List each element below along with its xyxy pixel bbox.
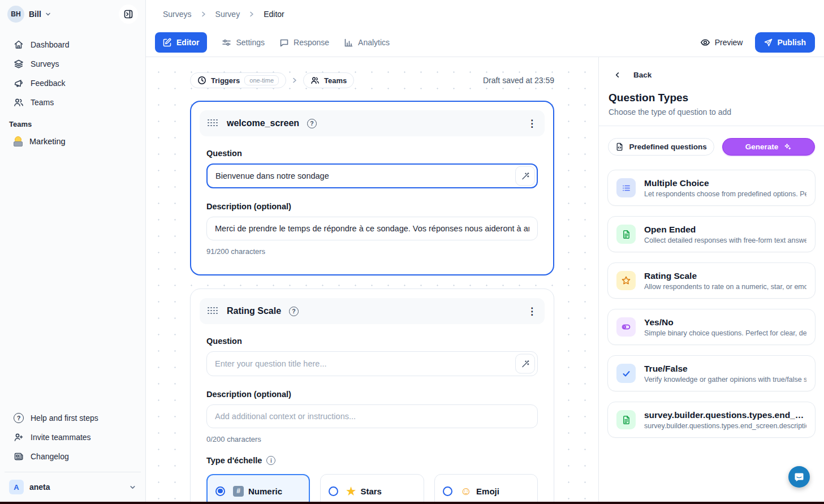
- tab-label: Editor: [176, 38, 199, 47]
- sidebar-footer: ? Help and first steps Invite teammates …: [0, 406, 145, 466]
- pencil-square-icon: [163, 38, 172, 47]
- tab-editor[interactable]: Editor: [155, 32, 207, 53]
- teams-section-label: Teams: [0, 112, 145, 132]
- tab-response[interactable]: Response: [279, 38, 329, 48]
- newspaper-icon: [14, 451, 24, 462]
- question-type-description: Simple binary choice questions. Perfect …: [644, 329, 806, 337]
- window-bottom-edge: [0, 502, 824, 504]
- triggers-chip-label: Triggers: [211, 76, 240, 85]
- question-card-header[interactable]: Rating Scale ? ⋮: [200, 298, 545, 324]
- info-icon[interactable]: i: [266, 456, 275, 465]
- question-description-input[interactable]: [206, 217, 538, 240]
- description-field-label: Description (optional): [206, 390, 538, 399]
- chevron-right-icon: [248, 10, 256, 18]
- scale-option-stars[interactable]: ★ Stars: [320, 474, 424, 504]
- survey-canvas: Triggers one-time Teams Draft sav: [146, 57, 598, 504]
- question-help-icon[interactable]: ?: [289, 307, 299, 316]
- sidebar-item-dashboard[interactable]: Dashboard: [5, 35, 141, 54]
- sidebar-item-surveys[interactable]: Surveys: [5, 54, 141, 74]
- publish-label: Publish: [777, 38, 806, 47]
- breadcrumb-surveys[interactable]: Surveys: [163, 10, 192, 19]
- drag-handle-icon[interactable]: [208, 307, 219, 316]
- kebab-menu-icon[interactable]: ⋮: [527, 307, 537, 316]
- char-count: 91/200 characters: [206, 247, 538, 256]
- chat-launcher-button[interactable]: [788, 466, 810, 488]
- toggle-icon: [616, 317, 636, 337]
- question-type-rating-scale[interactable]: Rating Scale Allow respondents to rate o…: [607, 262, 816, 299]
- back-button[interactable]: Back: [599, 57, 824, 81]
- radio-icon[interactable]: [443, 486, 452, 496]
- workspace-switcher[interactable]: BH Bill: [0, 0, 145, 28]
- sidebar-item-team-marketing[interactable]: Marketing: [0, 132, 145, 151]
- account-name: aneta: [29, 483, 50, 492]
- sidebar-item-label: Changelog: [31, 452, 69, 461]
- question-type-yes-no[interactable]: Yes/No Simple binary choice questions. P…: [607, 309, 816, 345]
- triggers-chip[interactable]: Triggers one-time: [190, 72, 286, 88]
- generate-button[interactable]: Generate: [722, 138, 815, 156]
- tab-label: Response: [294, 38, 329, 47]
- tab-settings[interactable]: Settings: [222, 38, 265, 48]
- star-emoji-icon: ★: [346, 486, 356, 497]
- chevron-left-icon: [614, 71, 621, 79]
- scale-option-emoji[interactable]: ☺ Emoji: [434, 474, 538, 504]
- sidebar-divider: [5, 472, 141, 472]
- scale-type-label-text: Type d'échelle: [206, 456, 262, 465]
- question-types-panel: Back Question Types Choose the type of q…: [598, 57, 824, 504]
- question-card-rating-scale: Rating Scale ? ⋮ Question: [190, 288, 554, 504]
- question-type-open-ended[interactable]: Open Ended Collect detailed responses wi…: [607, 216, 816, 252]
- preview-label: Preview: [715, 38, 743, 47]
- sidebar-nav: Dashboard Surveys Feedback Teams: [0, 28, 145, 112]
- sidebar-collapse-button[interactable]: [119, 5, 138, 24]
- sidebar-item-invite[interactable]: Invite teammates: [5, 428, 141, 447]
- sidebar-item-label: Surveys: [31, 59, 59, 68]
- question-description-input[interactable]: [206, 404, 538, 428]
- question-card-header[interactable]: welcome_screen ? ⋮: [200, 110, 545, 136]
- team-name: Marketing: [29, 137, 66, 146]
- question-card-title: Rating Scale: [227, 306, 281, 316]
- editor-toolbar: Editor Settings Response Analytics: [146, 28, 824, 57]
- question-title-input[interactable]: [206, 351, 538, 376]
- question-type-name: Open Ended: [644, 225, 806, 235]
- publish-button[interactable]: Publish: [755, 32, 815, 53]
- radio-checked-icon[interactable]: [215, 486, 225, 496]
- chat-smile-icon: [793, 471, 805, 483]
- sidebar-item-changelog[interactable]: Changelog: [5, 447, 141, 466]
- sliders-icon: [222, 38, 231, 48]
- radio-icon[interactable]: [329, 486, 338, 496]
- generate-label: Generate: [745, 143, 779, 151]
- question-field-label: Question: [206, 149, 538, 158]
- sparkles-icon: [783, 143, 792, 151]
- sidebar-item-label: Help and first steps: [31, 413, 98, 423]
- kebab-menu-icon[interactable]: ⋮: [527, 119, 537, 128]
- question-type-true-false[interactable]: True/False Verify knowledge or gather op…: [607, 355, 816, 391]
- megaphone-icon: [14, 78, 24, 88]
- chevron-right-icon: [291, 76, 299, 84]
- question-type-description: Verify knowledge or gather opinions with…: [644, 376, 806, 384]
- magic-wand-button[interactable]: [515, 166, 535, 186]
- drag-handle-icon[interactable]: [208, 119, 219, 128]
- sidebar-item-feedback[interactable]: Feedback: [5, 74, 141, 93]
- panel-header: Question Types Choose the type of questi…: [599, 81, 824, 126]
- tab-analytics[interactable]: Analytics: [344, 38, 390, 48]
- sidebar-item-teams[interactable]: Teams: [5, 93, 141, 112]
- breadcrumb-survey[interactable]: Survey: [215, 10, 240, 19]
- account-avatar: A: [9, 480, 24, 494]
- chevron-right-icon: [200, 10, 208, 18]
- chevron-down-icon: [129, 484, 136, 491]
- question-type-end-screen[interactable]: survey.builder.questions.types.end_scr..…: [607, 402, 816, 438]
- question-title-input[interactable]: [206, 163, 538, 188]
- document-text-icon: [616, 225, 636, 244]
- breadcrumb: Surveys Survey Editor: [146, 0, 824, 28]
- teams-chip[interactable]: Teams: [303, 72, 354, 88]
- account-menu[interactable]: A aneta: [5, 473, 141, 501]
- predefined-questions-button[interactable]: Predefined questions: [608, 138, 714, 156]
- tab-label: Analytics: [358, 38, 390, 47]
- scale-option-numeric[interactable]: # Numeric: [206, 474, 310, 504]
- question-help-icon[interactable]: ?: [307, 119, 317, 128]
- magic-wand-button[interactable]: [515, 354, 535, 374]
- sidebar-item-help[interactable]: ? Help and first steps: [5, 408, 141, 428]
- app-window: BH Bill Dashboard Surv: [0, 0, 824, 504]
- home-icon: [14, 40, 24, 50]
- preview-button[interactable]: Preview: [700, 37, 743, 48]
- question-type-multiple-choice[interactable]: Multiple Choice Let respondents choose f…: [607, 170, 816, 206]
